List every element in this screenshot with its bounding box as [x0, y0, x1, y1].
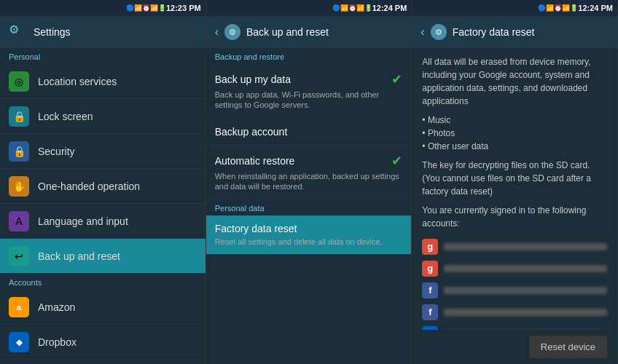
facebook-icon-2: f [422, 304, 438, 320]
menu-item-lockscreen[interactable]: 🔒 Lock screen [0, 99, 206, 134]
dropbox-icon: ◆ [9, 332, 29, 352]
onehanded-icon: ✋ [9, 176, 29, 197]
location-icon: ◎ [9, 71, 29, 92]
factory-reset-title: Factory data reset [215, 223, 297, 234]
account-row-3: f [422, 280, 607, 301]
alarm-icon-2: ⏰ [348, 4, 356, 12]
battery-icon-3: 🔋 [570, 4, 578, 12]
menu-item-language[interactable]: A Language and input [0, 204, 206, 239]
menu-item-onehanded[interactable]: ✋ One-handed operation [0, 169, 206, 204]
time-3: 12:24 PM [578, 4, 613, 12]
backup-title: Back up and reset [246, 26, 329, 38]
backup-header: ‹ ⚙ Back up and reset [206, 16, 412, 48]
factory-item-music: Music [422, 114, 607, 127]
factory-reset-sub: Reset all settings and delete all data o… [215, 237, 403, 247]
status-bar-1: 🔵 📶 ⏰ 📶 🔋 12:23 PM [0, 0, 206, 16]
account-row-1: g [422, 236, 607, 258]
factory-warning-text: All data will be erased from device memo… [422, 55, 607, 108]
backup-header-icon: ⚙ [224, 24, 240, 40]
menu-item-dropbox[interactable]: ◆ Dropbox [0, 325, 206, 360]
time-2: 12:24 PM [372, 4, 407, 12]
account-row-5: ◆ [422, 323, 607, 330]
language-icon: A [9, 211, 29, 232]
google-icon-1: g [422, 239, 438, 255]
signal-icon-3: 📶 [562, 4, 570, 12]
menu-item-facebook[interactable]: f Facebook [0, 360, 206, 364]
bt-icon-3: 🔵 [538, 4, 546, 12]
menu-item-amazon[interactable]: a Amazon [0, 290, 206, 325]
security-icon: 🔒 [9, 141, 29, 162]
location-label: Location services [38, 76, 117, 87]
factory-accounts-note: You are currently signed in to the follo… [422, 204, 607, 230]
account-email-4 [444, 309, 607, 316]
menu-item-backup[interactable]: ↩ Back up and reset [0, 239, 206, 274]
factory-header: ‹ ⚙ Factory data reset [412, 16, 617, 48]
status-bar-3: 🔵 📶 ⏰ 📶 🔋 12:24 PM [412, 0, 617, 16]
backup-label: Back up and reset [38, 250, 120, 262]
security-label: Security [38, 146, 75, 157]
bt-icon: 🔵 [126, 4, 134, 12]
auto-restore-check: ✔ [391, 153, 402, 169]
factory-panel: 🔵 📶 ⏰ 📶 🔋 12:24 PM ‹ ⚙ Factory data rese… [412, 0, 618, 364]
account-email-2 [444, 265, 607, 272]
back-button-3[interactable]: ‹ [421, 25, 424, 39]
factory-header-icon: ⚙ [431, 24, 447, 40]
personal-data-label: Personal data [206, 199, 412, 215]
alarm-icon: ⏰ [142, 4, 150, 12]
backup-icon: ↩ [9, 246, 29, 266]
accounts-list: g g f f ◆ [422, 236, 607, 330]
account-row-4: f [422, 301, 607, 323]
backup-account-title: Backup account [215, 126, 288, 138]
settings-list: Personal ◎ Location services 🔒 Lock scre… [0, 48, 206, 364]
factory-content: All data will be erased from device memo… [412, 48, 617, 330]
amazon-icon: a [9, 297, 29, 317]
backup-panel: 🔵 📶 ⏰ 📶 🔋 12:24 PM ‹ ⚙ Back up and reset… [206, 0, 412, 364]
time-1: 12:23 PM [166, 4, 201, 12]
factory-item-other: Other user data [422, 140, 607, 153]
account-email-3 [444, 287, 607, 294]
factory-title: Factory data reset [453, 26, 535, 38]
account-row-2: g [422, 258, 607, 280]
auto-restore-sub: When reinstalling an application, backed… [215, 171, 403, 192]
backup-content: Backup and restore Back up my data ✔ Bac… [206, 48, 412, 364]
wifi-icon-2: 📶 [340, 4, 348, 12]
backup-my-data-title: Back up my data [215, 74, 291, 85]
wifi-icon: 📶 [134, 4, 142, 12]
backup-my-data-item[interactable]: Back up my data ✔ Back up app data, Wi-F… [206, 64, 412, 119]
factory-sd-note: The key for decrypting files on the SD c… [422, 159, 607, 198]
signal-icon: 📶 [150, 4, 158, 12]
backup-account-item[interactable]: Backup account [206, 119, 412, 146]
backup-my-data-check: ✔ [391, 71, 402, 87]
amazon-label: Amazon [38, 301, 75, 313]
alarm-icon-3: ⏰ [554, 4, 562, 12]
personal-section-label: Personal [0, 48, 206, 64]
settings-gear-icon: ⚙ [9, 23, 28, 41]
reset-button-row: Reset device [412, 330, 617, 364]
language-label: Language and input [38, 215, 128, 227]
auto-restore-item[interactable]: Automatic restore ✔ When reinstalling an… [206, 146, 412, 200]
lockscreen-icon: 🔒 [9, 106, 29, 127]
facebook-icon-1: f [422, 282, 438, 298]
lockscreen-label: Lock screen [38, 111, 93, 122]
factory-items-list: Music Photos Other user data [422, 114, 607, 153]
signal-icon-2: 📶 [356, 4, 364, 12]
battery-icon: 🔋 [158, 4, 166, 12]
auto-restore-title: Automatic restore [215, 155, 295, 167]
factory-reset-item[interactable]: Factory data reset Reset all settings an… [206, 215, 412, 255]
factory-item-photos: Photos [422, 127, 607, 140]
bt-icon-2: 🔵 [332, 4, 340, 12]
status-bar-2: 🔵 📶 ⏰ 📶 🔋 12:24 PM [206, 0, 412, 16]
menu-item-security[interactable]: 🔒 Security [0, 134, 206, 169]
settings-title: Settings [34, 26, 71, 38]
onehanded-label: One-handed operation [38, 181, 140, 192]
google-icon-2: g [422, 261, 438, 277]
battery-icon-2: 🔋 [364, 4, 372, 12]
accounts-section-label: Accounts [0, 274, 206, 290]
menu-item-location[interactable]: ◎ Location services [0, 64, 206, 99]
wifi-icon-3: 📶 [546, 4, 554, 12]
settings-panel: 🔵 📶 ⏰ 📶 🔋 12:23 PM ⚙ Settings Personal ◎… [0, 0, 206, 364]
back-button-2[interactable]: ‹ [215, 25, 219, 39]
reset-device-button[interactable]: Reset device [529, 336, 607, 358]
dropbox-label: Dropbox [38, 336, 77, 348]
backup-my-data-sub: Back up app data, Wi-Fi passwords, and o… [215, 90, 403, 111]
